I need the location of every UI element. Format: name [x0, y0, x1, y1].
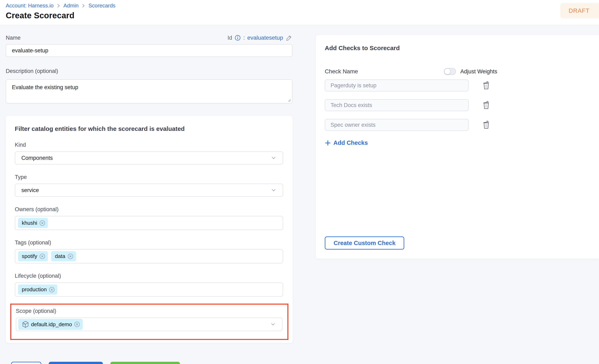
tag-chip-label: data	[55, 253, 65, 259]
chevron-right-icon	[57, 3, 60, 8]
check-name-input[interactable]	[325, 80, 468, 91]
breadcrumb-scorecards[interactable]: Scorecards	[88, 2, 115, 9]
remove-chip-icon[interactable]	[49, 287, 55, 293]
description-label: Description (optional)	[6, 68, 292, 74]
tags-input[interactable]: spotify data	[15, 249, 283, 263]
tag-chip: spotify	[18, 251, 48, 261]
kind-value: Components	[21, 155, 53, 161]
checks-panel-title: Add Checks to Scorecard	[325, 44, 590, 52]
id-separator: :	[243, 35, 245, 41]
trash-icon	[482, 120, 490, 130]
description-field: Evaluate the existing setup	[6, 79, 292, 104]
type-value: service	[21, 187, 39, 194]
plus-icon	[325, 140, 331, 146]
name-input[interactable]	[6, 44, 292, 57]
scope-chip-label: default.idp_demo	[31, 321, 72, 328]
kind-label: Kind	[15, 142, 283, 148]
cube-icon	[22, 321, 29, 328]
check-name-input[interactable]	[325, 119, 468, 131]
chevron-right-icon	[82, 3, 85, 8]
owners-input[interactable]: khushi	[15, 216, 283, 230]
lifecycle-chip-label: production	[22, 286, 47, 293]
check-name-label: Check Name	[325, 68, 444, 75]
delete-check-button[interactable]	[482, 120, 490, 130]
delete-check-button[interactable]	[482, 81, 490, 90]
toggle-knob	[445, 69, 450, 74]
lifecycle-input[interactable]: production	[15, 283, 283, 297]
adjust-weights-label: Adjust Weights	[460, 68, 497, 75]
breadcrumb-account[interactable]: Account: Harness.io	[6, 2, 54, 9]
id-value: evaluatesetup	[247, 35, 283, 41]
tags-label: Tags (optional)	[15, 240, 283, 246]
check-header-row: Check Name Adjust Weights	[325, 68, 590, 75]
scope-label: Scope (optional)	[16, 308, 282, 314]
status-badge: DRAFT	[560, 3, 599, 18]
scope-highlight-box: Scope (optional) default.idp_demo	[10, 304, 288, 340]
remove-chip-icon[interactable]	[39, 220, 45, 226]
type-label: Type	[15, 174, 283, 180]
lifecycle-label: Lifecycle (optional)	[15, 273, 283, 279]
chevron-down-icon	[270, 321, 276, 327]
owners-label: Owners (optional)	[15, 206, 283, 213]
owner-chip-label: khushi	[22, 220, 37, 226]
trash-icon	[482, 100, 490, 110]
name-label: Name	[6, 35, 20, 41]
id-label: Id	[228, 35, 232, 41]
breadcrumb: Account: Harness.io Admin Scorecards	[6, 0, 599, 9]
breadcrumb-admin[interactable]: Admin	[63, 2, 79, 9]
filter-card: Filter catalog entities for which the sc…	[6, 116, 292, 343]
edit-id-icon[interactable]	[286, 34, 292, 41]
check-row	[325, 80, 590, 91]
add-checks-button[interactable]: Add Checks	[325, 140, 368, 146]
remove-chip-icon[interactable]	[39, 253, 45, 259]
page-title: Create Scorecard	[6, 11, 599, 20]
kind-select[interactable]: Components	[15, 151, 283, 165]
save-as-draft-button[interactable]: Save as Draft	[49, 362, 103, 364]
create-custom-check-button[interactable]: Create Custom Check	[325, 236, 404, 249]
add-checks-label: Add Checks	[333, 140, 368, 146]
main-content: Name Id : evaluatesetup Description (opt…	[0, 25, 599, 364]
form-actions: Back Save as Draft Publish Scorecard	[11, 362, 292, 364]
check-row	[325, 119, 590, 131]
chevron-down-icon	[271, 187, 276, 193]
lifecycle-chip: production	[18, 284, 57, 294]
delete-check-button[interactable]	[482, 100, 490, 110]
publish-scorecard-button[interactable]: Publish Scorecard	[110, 362, 180, 364]
resize-grip-icon[interactable]	[287, 98, 291, 102]
tag-chip: data	[51, 251, 76, 261]
scope-chip: default.idp_demo	[18, 319, 83, 330]
remove-chip-icon[interactable]	[74, 321, 80, 328]
chevron-down-icon	[271, 155, 276, 161]
adjust-weights-toggle[interactable]	[444, 68, 456, 75]
owner-chip: khushi	[18, 218, 48, 228]
info-icon[interactable]	[235, 35, 241, 41]
filter-card-title: Filter catalog entities for which the sc…	[15, 125, 283, 132]
scorecard-form: Name Id : evaluatesetup Description (opt…	[6, 34, 292, 364]
check-row	[325, 99, 590, 111]
trash-icon	[482, 81, 490, 90]
remove-chip-icon[interactable]	[67, 253, 74, 259]
back-button[interactable]: Back	[11, 362, 41, 364]
type-select[interactable]: service	[15, 184, 283, 197]
tag-chip-label: spotify	[22, 253, 37, 259]
check-name-input[interactable]	[325, 99, 468, 111]
id-row: Id : evaluatesetup	[228, 34, 292, 41]
scope-select[interactable]: default.idp_demo	[16, 318, 282, 331]
page-header: Account: Harness.io Admin Scorecards Cre…	[0, 0, 599, 25]
add-checks-panel: Add Checks to Scorecard Check Name Adjus…	[316, 35, 599, 259]
description-input[interactable]: Evaluate the existing setup	[6, 79, 292, 104]
